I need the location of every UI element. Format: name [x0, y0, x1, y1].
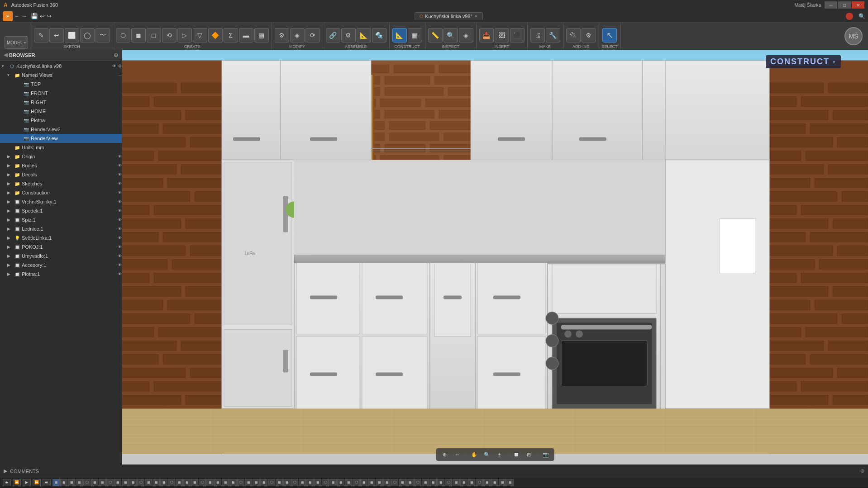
tree-item-pokoj[interactable]: ▶ 🔲 POKOJ:1 👁	[0, 242, 122, 251]
timeline-play-button[interactable]: ▶	[23, 479, 31, 486]
vp-cursor-icon[interactable]: ⊕	[439, 450, 450, 459]
vp-fit-icon[interactable]: ±	[494, 450, 505, 459]
create-btn-1[interactable]: ⬡	[116, 28, 130, 43]
tl-event-50[interactable]: ◼	[429, 479, 437, 486]
model-dropdown-group[interactable]: MODEL ▾	[2, 23, 31, 50]
create-btn-sigma[interactable]: Σ	[224, 28, 238, 43]
tl-event-7[interactable]: ◼	[99, 479, 106, 486]
tree-item-plotna1[interactable]: ▶ 🔲 Plotna:1 👁	[0, 270, 122, 279]
assemble-btn-1[interactable]: 🔗	[326, 28, 340, 43]
tl-event-1[interactable]: ◼	[52, 479, 60, 486]
modify-btn-3[interactable]: ⟳	[305, 28, 320, 43]
timeline-next-button[interactable]: ⏩	[33, 479, 41, 486]
tree-item-plotna-view[interactable]: 📷 Plotna	[0, 116, 122, 125]
tl-event-41[interactable]: ◼	[360, 479, 367, 486]
tl-event-15[interactable]: ◼	[160, 479, 167, 486]
sketch-btn-1[interactable]: ✎	[34, 28, 48, 43]
tl-event-11[interactable]: ◼	[129, 479, 137, 486]
plotna1-eye-icon[interactable]: 👁	[118, 272, 122, 276]
pokoj-eye-icon[interactable]: 👁	[118, 245, 122, 249]
tl-event-34[interactable]: ◼	[306, 479, 314, 486]
tl-event-56[interactable]: ⬡	[476, 479, 483, 486]
tree-item-renderview[interactable]: 📷 RenderView	[0, 134, 122, 143]
tree-item-top[interactable]: 📷 TOP	[0, 80, 122, 89]
tl-event-37[interactable]: ◼	[329, 479, 337, 486]
tree-item-front[interactable]: 📷 FRONT	[0, 89, 122, 98]
tl-event-19[interactable]: ◼	[191, 479, 198, 486]
tree-item-spodek[interactable]: ▶ 🔲 Spodek:1 👁	[0, 206, 122, 215]
browser-collapse-icon[interactable]: ◀	[4, 52, 7, 58]
tree-item-named-views[interactable]: ▾ 📁 Named Views ⋯	[0, 71, 122, 80]
create-btn-4[interactable]: ⟲	[162, 28, 176, 43]
sketch-btn-2[interactable]: ↩	[49, 28, 64, 43]
tree-item-spiz[interactable]: ▶ 🔲 Spiz:1 👁	[0, 215, 122, 224]
insert-btn-2[interactable]: 🖼	[495, 28, 509, 43]
tl-event-27[interactable]: ◼	[253, 479, 260, 486]
minimize-button[interactable]: ─	[825, 1, 837, 9]
tree-item-home[interactable]: 📷 HOME	[0, 107, 122, 116]
inspect-btn-2[interactable]: 🔍	[444, 28, 458, 43]
root-eye-icon[interactable]: 👁	[112, 64, 116, 68]
comments-expand-icon[interactable]: ▶	[4, 468, 7, 474]
comments-close-icon[interactable]: ⊕	[860, 468, 864, 474]
tl-event-49[interactable]: ◼	[422, 479, 429, 486]
tl-event-23[interactable]: ◼	[222, 479, 229, 486]
umyvadlo-eye-icon[interactable]: 👁	[118, 254, 122, 258]
tl-event-48[interactable]: ⬡	[414, 479, 421, 486]
tl-event-46[interactable]: ◼	[399, 479, 406, 486]
tl-event-24[interactable]: ◼	[229, 479, 237, 486]
tab-close-icon[interactable]: ✕	[474, 14, 478, 19]
tl-event-30[interactable]: ◼	[276, 479, 283, 486]
tl-event-12[interactable]: ⬡	[137, 479, 144, 486]
tl-event-25[interactable]: ⬡	[237, 479, 244, 486]
create-btn-9[interactable]: ▬	[239, 28, 253, 43]
tl-event-8[interactable]: ⬡	[106, 479, 114, 486]
tl-event-36[interactable]: ⬡	[322, 479, 329, 486]
tl-event-31[interactable]: ◼	[283, 479, 291, 486]
tl-event-42[interactable]: ◼	[368, 479, 375, 486]
nav-back-button[interactable]: ←	[14, 13, 20, 19]
tl-event-33[interactable]: ◼	[299, 479, 306, 486]
tl-event-14[interactable]: ◼	[153, 479, 160, 486]
select-btn[interactable]: ↖	[602, 28, 617, 43]
insert-btn-1[interactable]: 📥	[479, 28, 494, 43]
tree-item-svetlo[interactable]: ▶ 💡 SvětloLinka:1 👁	[0, 233, 122, 242]
tree-item-right[interactable]: 📷 RIGHT	[0, 98, 122, 107]
tree-item-vrchni[interactable]: ▶ 🔲 VrchnıSkrinky:1 👁	[0, 197, 122, 206]
tl-event-60[interactable]: ◼	[506, 479, 514, 486]
modify-btn-1[interactable]: ⚙	[275, 28, 289, 43]
insert-btn-3[interactable]: ⬛	[510, 28, 525, 43]
spiz-eye-icon[interactable]: 👁	[118, 218, 122, 222]
tl-event-3[interactable]: ◼	[68, 479, 75, 486]
timeline-prev-button[interactable]: ⏪	[13, 479, 21, 486]
sketch-btn-5[interactable]: 〜	[95, 28, 110, 43]
spodek-eye-icon[interactable]: 👁	[118, 208, 122, 213]
origin-eye-icon[interactable]: 👁	[118, 154, 122, 159]
tl-event-4[interactable]: ◼	[76, 479, 83, 486]
redo-icon[interactable]: ↪	[47, 13, 52, 19]
create-btn-10[interactable]: ▤	[254, 28, 269, 43]
tl-event-38[interactable]: ◼	[337, 479, 344, 486]
create-btn-6[interactable]: ▽	[193, 28, 207, 43]
addins-btn-1[interactable]: 🔌	[566, 28, 581, 43]
assemble-btn-4[interactable]: 🔩	[372, 28, 386, 43]
tl-event-59[interactable]: ◼	[499, 479, 506, 486]
tree-item-sketches[interactable]: ▶ 📁 Sketches 👁	[0, 179, 122, 188]
tree-item-umyvadlo[interactable]: ▶ 🔲 Umyvadlo:1 👁	[0, 251, 122, 261]
tree-item-decals[interactable]: ▶ 📁 Decals 👁	[0, 170, 122, 179]
tl-event-58[interactable]: ◼	[491, 479, 498, 486]
save-icon[interactable]: 💾	[31, 13, 38, 19]
construct-btn-2[interactable]: ▦	[408, 28, 422, 43]
tl-event-16[interactable]: ⬡	[168, 479, 175, 486]
tl-event-40[interactable]: ⬡	[353, 479, 360, 486]
named-views-menu-icon[interactable]: ⋯	[118, 73, 122, 77]
tl-event-32[interactable]: ⬡	[291, 479, 298, 486]
tl-event-6[interactable]: ◼	[91, 479, 98, 486]
assemble-btn-3[interactable]: 📐	[357, 28, 371, 43]
tree-item-construction[interactable]: ▶ 📁 Construction 👁	[0, 188, 122, 197]
vp-pan-icon[interactable]: ↔	[452, 450, 463, 459]
tl-event-54[interactable]: ◼	[460, 479, 467, 486]
tree-item-accesory[interactable]: ▶ 🔲 Accesory:1 👁	[0, 261, 122, 270]
document-tab[interactable]: ⬡ Kuchyňská linka v98° ✕	[415, 12, 483, 20]
nav-forward-button[interactable]: →	[22, 13, 27, 19]
